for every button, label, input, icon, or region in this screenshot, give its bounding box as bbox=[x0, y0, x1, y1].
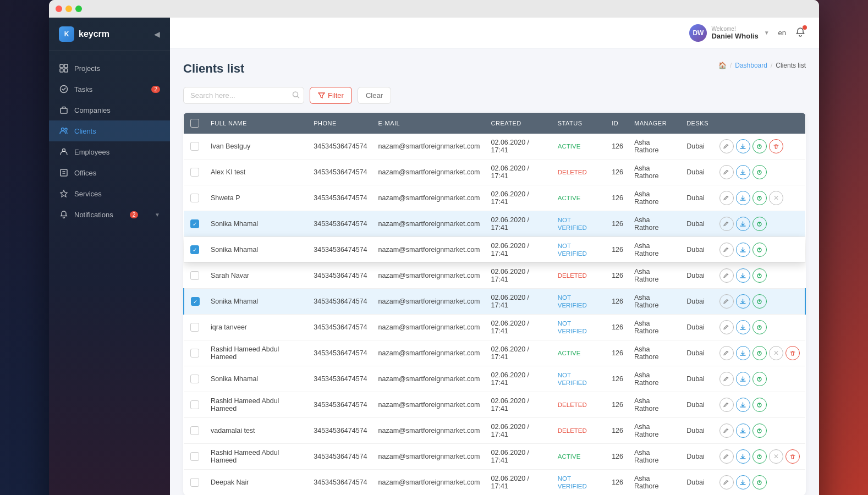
delete-btn[interactable] bbox=[769, 139, 783, 153]
select-all-header[interactable] bbox=[184, 113, 205, 134]
edit-btn[interactable] bbox=[719, 139, 734, 153]
download-btn[interactable] bbox=[736, 165, 750, 179]
x-btn[interactable]: ✕ bbox=[769, 191, 783, 205]
power-btn[interactable] bbox=[752, 294, 767, 309]
edit-btn[interactable] bbox=[719, 294, 734, 309]
row-checkbox[interactable] bbox=[190, 168, 199, 177]
power-btn[interactable] bbox=[752, 191, 767, 205]
power-btn[interactable] bbox=[752, 398, 767, 412]
row-checkbox-cell[interactable] bbox=[184, 134, 205, 160]
sidebar-item-clients[interactable]: Clients bbox=[49, 120, 170, 141]
download-btn[interactable] bbox=[736, 294, 750, 309]
close-dot[interactable] bbox=[56, 6, 62, 12]
row-checkbox-cell[interactable]: ✓ bbox=[184, 237, 205, 263]
select-all-checkbox[interactable] bbox=[190, 119, 199, 128]
breadcrumb-home-icon[interactable]: 🏠 bbox=[718, 62, 727, 69]
power-btn[interactable] bbox=[752, 243, 767, 257]
edit-btn[interactable] bbox=[719, 372, 734, 386]
download-btn[interactable] bbox=[736, 139, 750, 153]
download-btn[interactable] bbox=[736, 424, 750, 438]
download-btn[interactable] bbox=[736, 191, 750, 205]
row-checkbox-cell[interactable] bbox=[184, 470, 205, 496]
row-checkbox[interactable] bbox=[190, 194, 199, 202]
edit-btn[interactable] bbox=[719, 191, 734, 205]
row-checkbox-cell[interactable] bbox=[184, 263, 205, 289]
breadcrumb-dashboard[interactable]: Dashboard bbox=[735, 62, 767, 69]
row-checkbox[interactable] bbox=[190, 142, 199, 151]
x-btn[interactable]: ✕ bbox=[769, 346, 783, 360]
minimize-dot[interactable] bbox=[65, 6, 72, 12]
clear-button[interactable]: Clear bbox=[358, 87, 391, 104]
row-checkbox[interactable] bbox=[190, 400, 199, 409]
delete-btn[interactable] bbox=[785, 449, 800, 464]
download-btn[interactable] bbox=[736, 475, 750, 490]
power-btn[interactable] bbox=[752, 217, 767, 231]
sidebar-item-employees[interactable]: Employees bbox=[49, 141, 170, 162]
row-checkbox-cell[interactable] bbox=[184, 444, 205, 470]
search-icon[interactable] bbox=[292, 91, 300, 100]
sidebar-item-tasks[interactable]: Tasks 2 bbox=[49, 79, 170, 100]
power-btn[interactable] bbox=[752, 268, 767, 283]
power-btn[interactable] bbox=[752, 165, 767, 179]
row-checkbox-cell[interactable]: ✓ bbox=[184, 289, 205, 315]
row-checkbox-cell[interactable] bbox=[184, 418, 205, 444]
sidebar-item-services[interactable]: Services bbox=[49, 183, 170, 204]
row-checkbox[interactable] bbox=[190, 452, 199, 461]
edit-btn[interactable] bbox=[719, 268, 734, 283]
power-btn[interactable] bbox=[752, 424, 767, 438]
sidebar-item-notifications[interactable]: Notifications 2 ▼ bbox=[49, 204, 170, 225]
row-checkbox[interactable] bbox=[190, 426, 199, 435]
download-btn[interactable] bbox=[736, 217, 750, 231]
row-checkbox[interactable] bbox=[190, 271, 199, 280]
maximize-dot[interactable] bbox=[75, 6, 82, 12]
sidebar-item-companies[interactable]: Companies bbox=[49, 100, 170, 120]
edit-btn[interactable] bbox=[719, 346, 734, 360]
row-checkbox[interactable]: ✓ bbox=[190, 219, 199, 228]
download-btn[interactable] bbox=[736, 320, 750, 334]
row-checkbox-cell[interactable] bbox=[184, 160, 205, 185]
row-checkbox-cell[interactable] bbox=[184, 340, 205, 366]
power-btn[interactable] bbox=[752, 372, 767, 386]
download-btn[interactable] bbox=[736, 346, 750, 360]
filter-button[interactable]: Filter bbox=[310, 87, 352, 104]
delete-btn[interactable] bbox=[785, 346, 800, 360]
edit-btn[interactable] bbox=[719, 243, 734, 257]
row-checkbox[interactable] bbox=[190, 375, 199, 383]
download-btn[interactable] bbox=[736, 372, 750, 386]
download-btn[interactable] bbox=[736, 268, 750, 283]
edit-btn[interactable] bbox=[719, 217, 734, 231]
edit-btn[interactable] bbox=[719, 165, 734, 179]
x-btn[interactable]: ✕ bbox=[769, 449, 783, 464]
sidebar-item-offices[interactable]: Offices bbox=[49, 162, 170, 183]
download-btn[interactable] bbox=[736, 398, 750, 412]
language-selector[interactable]: en bbox=[778, 29, 786, 37]
row-checkbox[interactable] bbox=[190, 349, 199, 358]
edit-btn[interactable] bbox=[719, 424, 734, 438]
row-email: nazam@smartforeignmarket.com bbox=[373, 263, 486, 289]
power-btn[interactable] bbox=[752, 139, 767, 153]
edit-btn[interactable] bbox=[719, 320, 734, 334]
user-profile[interactable]: DW Welcome! Daniel Wholis ▼ bbox=[689, 24, 769, 42]
power-btn[interactable] bbox=[752, 449, 767, 464]
power-btn[interactable] bbox=[752, 320, 767, 334]
row-checkbox[interactable] bbox=[190, 478, 199, 487]
power-btn[interactable] bbox=[752, 475, 767, 490]
row-checkbox-cell[interactable] bbox=[184, 392, 205, 418]
edit-btn[interactable] bbox=[719, 449, 734, 464]
row-checkbox-cell[interactable] bbox=[184, 315, 205, 340]
row-checkbox[interactable]: ✓ bbox=[191, 297, 200, 306]
download-btn[interactable] bbox=[736, 243, 750, 257]
sidebar-item-projects[interactable]: Projects bbox=[49, 58, 170, 79]
edit-btn[interactable] bbox=[719, 398, 734, 412]
download-btn[interactable] bbox=[736, 449, 750, 464]
edit-btn[interactable] bbox=[719, 475, 734, 490]
search-input[interactable] bbox=[183, 87, 304, 104]
power-btn[interactable] bbox=[752, 346, 767, 360]
row-checkbox[interactable] bbox=[190, 323, 199, 332]
sidebar-collapse-icon[interactable]: ◀ bbox=[154, 30, 160, 38]
row-checkbox-cell[interactable] bbox=[184, 366, 205, 392]
row-checkbox-cell[interactable] bbox=[184, 185, 205, 211]
row-checkbox-cell[interactable]: ✓ bbox=[184, 211, 205, 237]
notification-bell[interactable] bbox=[795, 26, 806, 40]
row-checkbox[interactable]: ✓ bbox=[190, 245, 199, 254]
